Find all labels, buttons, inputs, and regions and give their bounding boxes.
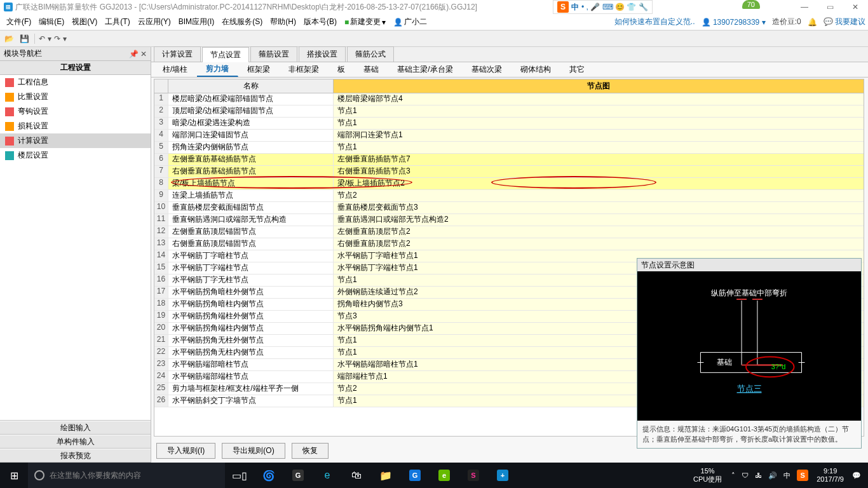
- maximize-button[interactable]: ▭: [817, 0, 843, 14]
- nav-floor[interactable]: 楼层设置: [0, 148, 151, 163]
- tray-clock[interactable]: 9:192017/7/9: [813, 467, 848, 484]
- tab-stirrup[interactable]: 箍筋设置: [250, 46, 297, 62]
- restore-button[interactable]: 恢复: [292, 443, 329, 459]
- ime-toolbar[interactable]: S 中 • , 🎤 ⌨ 😊 👕 🔧: [553, 0, 653, 14]
- tray-sogou-icon[interactable]: S: [795, 470, 810, 481]
- redo-icon[interactable]: ↷ ▾: [54, 32, 67, 45]
- store-icon[interactable]: 🛍: [342, 463, 371, 488]
- app-icon-3[interactable]: G: [400, 463, 430, 488]
- ime-extra-icons[interactable]: • , 🎤 ⌨ 😊 👕 🔧: [581, 3, 648, 11]
- cell-node[interactable]: 节点1: [334, 142, 864, 153]
- subtab-column[interactable]: 柱/墙柱: [154, 63, 197, 76]
- user-phone[interactable]: 👤 13907298339 ▾: [702, 18, 766, 27]
- menu-online[interactable]: 在线服务(S): [218, 17, 266, 27]
- minimize-button[interactable]: —: [792, 0, 817, 14]
- tab-formula[interactable]: 箍筋公式: [347, 46, 394, 62]
- bottom-draw-input[interactable]: 绘图输入: [0, 421, 151, 435]
- subtab-foundation[interactable]: 基础: [355, 63, 388, 76]
- explorer-icon[interactable]: 📁: [371, 463, 400, 488]
- menu-edit[interactable]: 编辑(E): [35, 17, 68, 27]
- sogou-icon[interactable]: S: [557, 1, 569, 13]
- bottom-single-input[interactable]: 单构件输入: [0, 435, 151, 449]
- menu-bim[interactable]: BIM应用(I): [175, 17, 219, 27]
- close-button[interactable]: ✕: [843, 0, 868, 14]
- cell-node[interactable]: 节点2: [334, 190, 864, 201]
- tab-lap[interactable]: 搭接设置: [299, 46, 346, 62]
- menu-tool[interactable]: 工具(T): [101, 17, 133, 27]
- new-change-button[interactable]: ■新建变更▾: [341, 17, 390, 27]
- table-row[interactable]: 2顶层暗梁/边框梁端部锚固节点节点1: [154, 105, 864, 118]
- open-icon[interactable]: 📂: [3, 32, 15, 45]
- start-button[interactable]: ⊞: [0, 463, 28, 488]
- edge-icon[interactable]: e: [313, 463, 342, 488]
- app-icon-6[interactable]: +: [488, 463, 517, 488]
- cell-node[interactable]: 垂直筋楼层变截面节点3: [334, 202, 864, 214]
- subtab-capbeam[interactable]: 基础主梁/承台梁: [388, 63, 462, 76]
- app-icon-5[interactable]: S: [459, 463, 488, 488]
- table-row[interactable]: 8梁/板上墙插筋节点梁/板上墙插筋节点2: [154, 178, 864, 190]
- table-row[interactable]: 13右侧垂直筋顶层锚固节点右侧垂直筋顶层节点2: [154, 238, 864, 250]
- tray-up-icon[interactable]: ˄: [729, 471, 737, 480]
- tray-net-icon[interactable]: 🖧: [753, 471, 764, 479]
- taskview-icon[interactable]: ▭▯: [225, 463, 254, 488]
- menu-version[interactable]: 版本号(B): [300, 17, 341, 27]
- taskbar-search[interactable]: 在这里输入你要搜索的内容: [28, 463, 225, 488]
- subtab-framebeam[interactable]: 框架梁: [238, 63, 280, 76]
- tray-ime-zh[interactable]: 中: [782, 471, 792, 480]
- cell-node[interactable]: 垂直筋遇洞口或端部无节点构造2: [334, 214, 864, 226]
- subtab-nonframebeam[interactable]: 非框架梁: [280, 63, 329, 76]
- table-row[interactable]: 9连梁上墙插筋节点节点2: [154, 190, 864, 202]
- cell-node[interactable]: 楼层暗梁端部节点4: [334, 93, 864, 105]
- table-row[interactable]: 7右侧垂直筋基础插筋节点右侧垂直筋插筋节点3: [154, 166, 864, 178]
- undo-icon[interactable]: ↶ ▾: [39, 32, 51, 45]
- table-row[interactable]: 6左侧垂直筋基础插筋节点左侧垂直筋插筋节点7: [154, 154, 864, 166]
- bell-icon[interactable]: 🔔: [808, 18, 817, 27]
- app-icon-4[interactable]: e: [430, 463, 459, 488]
- cell-node[interactable]: 右侧垂直筋顶层节点2: [334, 238, 864, 250]
- ime-lang[interactable]: 中: [571, 2, 579, 13]
- pin-icon[interactable]: 📌 ✕: [129, 50, 147, 58]
- bottom-report[interactable]: 报表预览: [0, 449, 151, 463]
- subtab-other[interactable]: 其它: [560, 63, 594, 76]
- menu-view[interactable]: 视图(V): [68, 17, 101, 27]
- nav-hook[interactable]: 弯钩设置: [0, 104, 151, 119]
- feedback-link[interactable]: 💬 我要建议: [824, 17, 865, 27]
- app-icon-2[interactable]: G: [283, 463, 313, 488]
- subtab-masonry[interactable]: 砌体结构: [512, 63, 560, 76]
- table-row[interactable]: 11垂直钢筋遇洞口或端部无节点构造垂直筋遇洞口或端部无节点构造2: [154, 214, 864, 226]
- cell-node[interactable]: 端部洞口连梁节点1: [334, 130, 864, 141]
- tab-calc[interactable]: 计算设置: [154, 46, 201, 62]
- cell-node[interactable]: 梁/板上墙插筋节点2: [334, 178, 864, 189]
- table-row[interactable]: 3暗梁/边框梁遇连梁构造节点1: [154, 118, 864, 130]
- app-icon-1[interactable]: 🌀: [254, 463, 283, 488]
- tray-vol-icon[interactable]: 🔊: [766, 471, 779, 480]
- cell-node[interactable]: 右侧垂直筋插筋节点3: [334, 166, 864, 177]
- user-small[interactable]: 👤广小二: [390, 17, 431, 27]
- tip-link[interactable]: 如何快速布置自定义范..: [614, 17, 695, 27]
- table-row[interactable]: 10垂直筋楼层变截面锚固节点垂直筋楼层变截面节点3: [154, 202, 864, 214]
- nav-calc-settings[interactable]: 计算设置: [0, 133, 151, 148]
- subtab-shearwall[interactable]: 剪力墙: [197, 62, 238, 77]
- menu-cloud[interactable]: 云应用(Y): [134, 17, 175, 27]
- table-row[interactable]: 1楼层暗梁/边框梁端部锚固节点楼层暗梁端部节点4: [154, 93, 864, 105]
- nav-weight[interactable]: 比重设置: [0, 90, 151, 104]
- table-row[interactable]: 5拐角连梁内侧钢筋节点节点1: [154, 142, 864, 154]
- subtab-slab[interactable]: 板: [329, 63, 355, 76]
- tray-safe-icon[interactable]: 🛡: [740, 471, 750, 479]
- table-row[interactable]: 4端部洞口连梁锚固节点端部洞口连梁节点1: [154, 130, 864, 142]
- cell-node[interactable]: 节点1: [334, 118, 864, 129]
- cell-node[interactable]: 节点1: [334, 105, 864, 117]
- cpu-usage[interactable]: 15%CPU使用: [688, 467, 727, 484]
- tab-node[interactable]: 节点设置: [202, 47, 249, 62]
- nav-loss[interactable]: 损耗设置: [0, 119, 151, 133]
- action-center-icon[interactable]: 💬: [850, 471, 863, 480]
- cell-node[interactable]: 左侧垂直筋顶层节点2: [334, 226, 864, 238]
- menu-help[interactable]: 帮助(H): [266, 17, 300, 27]
- save-icon[interactable]: 💾: [18, 32, 31, 45]
- table-row[interactable]: 12左侧垂直筋顶层锚固节点左侧垂直筋顶层节点2: [154, 226, 864, 238]
- cell-node[interactable]: 左侧垂直筋插筋节点7: [334, 154, 864, 165]
- export-rules-button[interactable]: 导出规则(O): [222, 443, 285, 459]
- subtab-secfound[interactable]: 基础次梁: [463, 63, 512, 76]
- nav-project-info[interactable]: 工程信息: [0, 75, 151, 90]
- menu-file[interactable]: 文件(F): [3, 17, 35, 27]
